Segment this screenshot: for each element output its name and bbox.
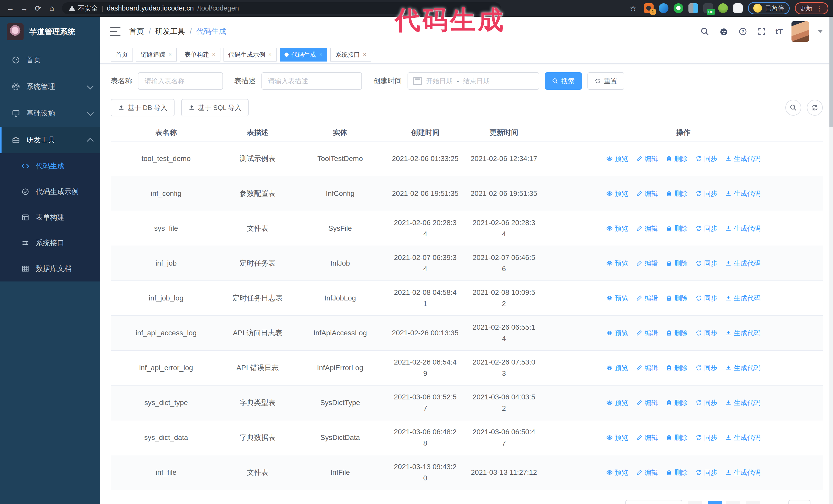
dropdown-caret-icon[interactable] — [818, 30, 823, 33]
table-row[interactable]: inf_api_access_log API 访问日志表 InfApiAcces… — [111, 316, 823, 351]
action-generate-code[interactable]: 生成代码 — [725, 259, 760, 268]
extension-icon-2[interactable] — [659, 3, 668, 13]
table-row[interactable]: tool_test_demo 测试示例表 ToolTestDemo 2021-0… — [111, 141, 823, 176]
update-button[interactable]: 更新 ⋮ — [795, 2, 828, 14]
tab-view-2[interactable]: 表单构建× — [180, 48, 220, 62]
action-preview[interactable]: 预览 — [606, 224, 628, 233]
page-size-select[interactable]: 10条/页 — [625, 500, 682, 504]
fullscreen-icon[interactable] — [757, 26, 767, 37]
action-edit[interactable]: 编辑 — [636, 329, 658, 338]
action-generate-code[interactable]: 生成代码 — [725, 189, 760, 198]
text-size-icon[interactable]: tT — [776, 27, 783, 36]
action-edit[interactable]: 编辑 — [636, 259, 658, 268]
table-row[interactable]: inf_api_error_log API 错误日志 InfApiErrorLo… — [111, 351, 823, 385]
collapse-menu-icon[interactable] — [110, 27, 120, 36]
sidebar-item-infra[interactable]: 基础设施 — [0, 100, 100, 127]
breadcrumb-home[interactable]: 首页 — [129, 26, 144, 37]
end-date-placeholder[interactable]: 结束日期 — [463, 77, 490, 86]
action-delete[interactable]: 删除 — [666, 154, 688, 163]
extension-shield-icon[interactable] — [673, 3, 683, 13]
table-name-input[interactable] — [138, 72, 223, 90]
close-tab-icon[interactable]: × — [268, 51, 272, 58]
refresh-table-button[interactable] — [807, 100, 823, 116]
app-logo[interactable]: 芋道管理系统 — [0, 17, 100, 47]
action-delete[interactable]: 删除 — [666, 189, 688, 198]
next-page-button[interactable]: › — [746, 501, 760, 504]
paused-chip[interactable]: 已暂停 — [748, 2, 790, 14]
forward-icon[interactable]: → — [19, 3, 30, 14]
sidebar-item-system[interactable]: 系统管理 — [0, 73, 100, 100]
action-preview[interactable]: 预览 — [606, 189, 628, 198]
action-delete[interactable]: 删除 — [666, 399, 688, 407]
import-db-button[interactable]: 基于 DB 导入 — [111, 99, 174, 116]
sidebar-item-devtools[interactable]: 研发工具 — [0, 127, 100, 153]
sidebar-item-api[interactable]: 系统接口 — [0, 230, 100, 256]
scrollbar[interactable] — [829, 17, 833, 504]
action-sync[interactable]: 同步 — [695, 259, 717, 268]
extension-icon-1[interactable]: 1 — [644, 3, 653, 13]
action-sync[interactable]: 同步 — [695, 224, 717, 233]
table-row[interactable]: inf_job 定时任务表 InfJob 2021-02-07 06:39:3 … — [111, 246, 823, 281]
action-sync[interactable]: 同步 — [695, 329, 717, 338]
search-button[interactable]: 搜索 — [545, 72, 582, 90]
action-sync[interactable]: 同步 — [695, 294, 717, 303]
breadcrumb-devtools[interactable]: 研发工具 — [155, 26, 185, 37]
action-sync[interactable]: 同步 — [695, 363, 717, 373]
action-generate-code[interactable]: 生成代码 — [725, 224, 760, 233]
sidebar-item-home[interactable]: 首页 — [0, 47, 100, 73]
action-generate-code[interactable]: 生成代码 — [725, 399, 760, 407]
toggle-search-button[interactable] — [785, 100, 801, 116]
action-delete[interactable]: 删除 — [666, 433, 688, 442]
close-tab-icon[interactable]: × — [319, 51, 323, 58]
action-sync[interactable]: 同步 — [695, 468, 717, 477]
action-preview[interactable]: 预览 — [606, 154, 628, 163]
security-chip[interactable]: 不安全 — [69, 4, 98, 13]
table-desc-input[interactable] — [261, 72, 362, 90]
prev-page-button[interactable]: ‹ — [688, 501, 702, 504]
avatar[interactable] — [791, 21, 809, 42]
action-generate-code[interactable]: 生成代码 — [725, 154, 760, 163]
action-delete[interactable]: 删除 — [666, 224, 688, 233]
tab-view-1[interactable]: 链路追踪× — [136, 48, 176, 62]
action-preview[interactable]: 预览 — [606, 468, 628, 477]
action-edit[interactable]: 编辑 — [636, 189, 658, 198]
close-tab-icon[interactable]: × — [212, 51, 216, 58]
action-sync[interactable]: 同步 — [695, 433, 717, 442]
sidebar-item-codegen-example[interactable]: 代码生成示例 — [0, 179, 100, 205]
extension-icon-4[interactable] — [688, 3, 698, 13]
extension-icon-5[interactable]: on — [703, 3, 713, 13]
table-row[interactable]: sys_dict_type 字典类型表 SysDictType 2021-03-… — [111, 385, 823, 420]
extension-icon-6[interactable] — [718, 3, 728, 13]
tab-view-4[interactable]: 代码生成× — [280, 48, 328, 62]
action-delete[interactable]: 删除 — [666, 363, 688, 373]
close-tab-icon[interactable]: × — [363, 51, 366, 58]
action-edit[interactable]: 编辑 — [636, 224, 658, 233]
page-number-1[interactable]: 1 — [708, 501, 722, 504]
reset-button[interactable]: 重置 — [588, 72, 624, 90]
sidebar-item-form-builder[interactable]: 表单构建 — [0, 205, 100, 230]
action-edit[interactable]: 编辑 — [636, 468, 658, 477]
help-icon[interactable]: ? — [738, 26, 748, 37]
action-preview[interactable]: 预览 — [606, 399, 628, 407]
home-icon[interactable]: ⌂ — [46, 3, 57, 14]
import-sql-button[interactable]: 基于 SQL 导入 — [181, 99, 249, 116]
action-preview[interactable]: 预览 — [606, 363, 628, 373]
action-sync[interactable]: 同步 — [695, 189, 717, 198]
action-edit[interactable]: 编辑 — [636, 363, 658, 373]
action-preview[interactable]: 预览 — [606, 259, 628, 268]
page-number-2[interactable]: 2 — [726, 501, 740, 504]
browser-menu-icon[interactable]: ⋮ — [816, 4, 824, 13]
action-edit[interactable]: 编辑 — [636, 154, 658, 163]
table-row[interactable]: inf_job_log 定时任务日志表 InfJobLog 2021-02-08… — [111, 281, 823, 316]
action-generate-code[interactable]: 生成代码 — [725, 329, 760, 338]
action-edit[interactable]: 编辑 — [636, 399, 658, 407]
table-row[interactable]: sys_file 文件表 SysFile 2021-02-06 20:28:3 … — [111, 211, 823, 246]
action-generate-code[interactable]: 生成代码 — [725, 468, 760, 477]
tab-view-3[interactable]: 代码生成示例× — [223, 48, 277, 62]
table-row[interactable]: sys_dict_data 字典数据表 SysDictData 2021-03-… — [111, 420, 823, 455]
action-edit[interactable]: 编辑 — [636, 294, 658, 303]
table-row[interactable]: inf_file 文件表 InfFile 2021-03-13 09:43:2 … — [111, 455, 823, 490]
github-icon[interactable] — [719, 26, 729, 37]
sidebar-item-db-doc[interactable]: 数据库文档 — [0, 256, 100, 282]
action-preview[interactable]: 预览 — [606, 329, 628, 338]
